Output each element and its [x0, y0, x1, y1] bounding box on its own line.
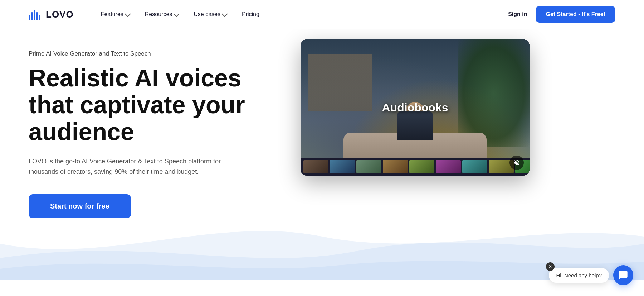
- strip-bottom-2: [330, 160, 355, 173]
- mute-button[interactable]: [509, 156, 524, 170]
- navigation: LOVO Features Resources Use cases Pricin…: [0, 0, 644, 29]
- logo-icon: [29, 9, 42, 20]
- hero-title: Realistic AI voices that captivate your …: [29, 65, 279, 145]
- use-cases-chevron-icon: [222, 11, 228, 17]
- svg-rect-1: [31, 12, 33, 20]
- strip-bottom-4: [383, 160, 408, 173]
- video-player[interactable]: Audiobooks: [301, 39, 530, 176]
- chat-open-button[interactable]: [613, 265, 633, 285]
- strip-bottom-6: [436, 160, 461, 173]
- nav-resources[interactable]: Resources: [139, 8, 184, 20]
- nav-pricing[interactable]: Pricing: [236, 8, 265, 20]
- video-scene: Audiobooks: [301, 39, 530, 176]
- hero-description: LOVO is the go-to AI Voice Generator & T…: [29, 156, 229, 177]
- hero-section: Prime AI Voice Generator and Text to Spe…: [0, 29, 644, 280]
- nav-right: Sign in Get Started - It's Free!: [508, 6, 615, 23]
- sign-in-link[interactable]: Sign in: [508, 11, 527, 18]
- nav-features-label: Features: [101, 11, 123, 18]
- nav-features[interactable]: Features: [95, 8, 136, 20]
- hero-video-area: Audiobooks: [301, 39, 530, 176]
- strip-bottom-7: [462, 160, 487, 173]
- scene-person-body: [397, 111, 433, 140]
- nav-links: Features Resources Use cases Pricing: [95, 8, 508, 20]
- scene-plants: [458, 39, 530, 147]
- chat-close-button[interactable]: ✕: [546, 262, 555, 271]
- svg-rect-2: [34, 10, 35, 20]
- strip-bottom-5: [409, 160, 434, 173]
- nav-pricing-label: Pricing: [242, 11, 259, 18]
- video-scene-label: Audiobooks: [382, 101, 448, 114]
- svg-rect-3: [36, 12, 38, 20]
- get-started-button[interactable]: Get Started - It's Free!: [536, 6, 615, 23]
- chat-widget: ✕ Hi. Need any help?: [549, 265, 633, 285]
- strip-bottom-1: [303, 160, 328, 173]
- resources-chevron-icon: [174, 11, 180, 17]
- video-strip-bottom: [301, 158, 530, 176]
- chat-message: Hi. Need any help?: [549, 268, 609, 283]
- svg-rect-4: [39, 15, 40, 20]
- svg-rect-0: [29, 15, 30, 20]
- nav-use-cases-label: Use cases: [194, 11, 220, 18]
- logo[interactable]: LOVO: [29, 9, 74, 20]
- nav-resources-label: Resources: [145, 11, 172, 18]
- nav-use-cases[interactable]: Use cases: [188, 8, 233, 20]
- logo-wordmark: LOVO: [46, 9, 74, 20]
- features-chevron-icon: [125, 11, 131, 17]
- scene-shelf: [308, 54, 372, 111]
- hero-subtitle: Prime AI Voice Generator and Text to Spe…: [29, 50, 279, 57]
- strip-bottom-3: [356, 160, 381, 173]
